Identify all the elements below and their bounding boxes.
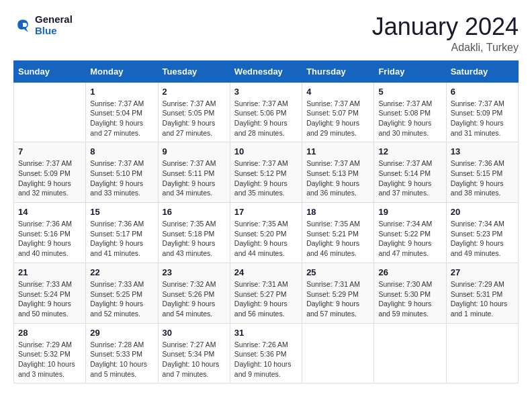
weekday-header: Thursday: [302, 60, 374, 82]
calendar-day-cell: [446, 323, 518, 383]
day-info: Sunrise: 7:27 AM Sunset: 5:34 PM Dayligh…: [163, 340, 226, 379]
day-info: Sunrise: 7:29 AM Sunset: 5:32 PM Dayligh…: [18, 340, 81, 379]
calendar-day-cell: 18Sunrise: 7:35 AM Sunset: 5:21 PM Dayli…: [302, 203, 374, 263]
calendar-day-cell: 19Sunrise: 7:34 AM Sunset: 5:22 PM Dayli…: [374, 203, 446, 263]
day-info: Sunrise: 7:37 AM Sunset: 5:07 PM Dayligh…: [306, 99, 369, 138]
calendar-day-cell: 31Sunrise: 7:26 AM Sunset: 5:36 PM Dayli…: [230, 323, 302, 383]
calendar-day-cell: 6Sunrise: 7:37 AM Sunset: 5:09 PM Daylig…: [446, 82, 518, 142]
day-info: Sunrise: 7:37 AM Sunset: 5:14 PM Dayligh…: [378, 158, 441, 198]
day-number: 27: [451, 267, 514, 277]
day-info: Sunrise: 7:30 AM Sunset: 5:30 PM Dayligh…: [378, 279, 441, 319]
day-number: 15: [90, 207, 153, 217]
calendar-day-cell: 9Sunrise: 7:37 AM Sunset: 5:11 PM Daylig…: [158, 142, 230, 203]
calendar-week-row: 28Sunrise: 7:29 AM Sunset: 5:32 PM Dayli…: [14, 323, 519, 383]
day-info: Sunrise: 7:37 AM Sunset: 5:06 PM Dayligh…: [234, 99, 298, 138]
calendar-day-cell: 15Sunrise: 7:36 AM Sunset: 5:17 PM Dayli…: [86, 203, 158, 263]
day-number: 23: [163, 267, 226, 277]
day-number: 1: [90, 87, 153, 97]
day-info: Sunrise: 7:37 AM Sunset: 5:09 PM Dayligh…: [451, 99, 514, 138]
day-number: 18: [306, 207, 369, 217]
day-info: Sunrise: 7:31 AM Sunset: 5:27 PM Dayligh…: [234, 279, 298, 319]
calendar-day-cell: 1Sunrise: 7:37 AM Sunset: 5:04 PM Daylig…: [86, 82, 158, 142]
day-info: Sunrise: 7:35 AM Sunset: 5:20 PM Dayligh…: [234, 219, 298, 259]
day-number: 10: [234, 146, 298, 156]
day-info: Sunrise: 7:33 AM Sunset: 5:24 PM Dayligh…: [18, 279, 81, 319]
day-number: 9: [163, 146, 226, 156]
day-number: 12: [378, 146, 441, 156]
day-number: 21: [18, 267, 81, 277]
day-number: 7: [18, 146, 81, 156]
month-year-title: January 2024: [372, 13, 519, 40]
day-number: 13: [451, 146, 514, 156]
day-number: 8: [90, 146, 153, 156]
calendar-day-cell: 8Sunrise: 7:37 AM Sunset: 5:10 PM Daylig…: [86, 142, 158, 203]
day-number: 26: [378, 267, 441, 277]
day-info: Sunrise: 7:37 AM Sunset: 5:09 PM Dayligh…: [18, 158, 81, 198]
day-info: Sunrise: 7:37 AM Sunset: 5:04 PM Dayligh…: [90, 99, 153, 138]
calendar-day-cell: 4Sunrise: 7:37 AM Sunset: 5:07 PM Daylig…: [302, 82, 374, 142]
day-info: Sunrise: 7:26 AM Sunset: 5:36 PM Dayligh…: [234, 340, 298, 379]
calendar-day-cell: 13Sunrise: 7:36 AM Sunset: 5:15 PM Dayli…: [446, 142, 518, 203]
calendar-day-cell: 5Sunrise: 7:37 AM Sunset: 5:08 PM Daylig…: [374, 82, 446, 142]
day-number: 6: [451, 87, 514, 97]
calendar-week-row: 7Sunrise: 7:37 AM Sunset: 5:09 PM Daylig…: [14, 142, 519, 203]
calendar-week-row: 14Sunrise: 7:36 AM Sunset: 5:16 PM Dayli…: [14, 203, 519, 263]
calendar-day-cell: 12Sunrise: 7:37 AM Sunset: 5:14 PM Dayli…: [374, 142, 446, 203]
logo: General Blue: [13, 13, 73, 36]
calendar-week-row: 21Sunrise: 7:33 AM Sunset: 5:24 PM Dayli…: [14, 263, 519, 323]
calendar-day-cell: 30Sunrise: 7:27 AM Sunset: 5:34 PM Dayli…: [158, 323, 230, 383]
calendar-header: SundayMondayTuesdayWednesdayThursdayFrid…: [14, 60, 519, 82]
day-number: 16: [163, 207, 226, 217]
calendar-day-cell: [302, 323, 374, 383]
calendar-day-cell: 10Sunrise: 7:37 AM Sunset: 5:12 PM Dayli…: [230, 142, 302, 203]
day-info: Sunrise: 7:37 AM Sunset: 5:12 PM Dayligh…: [234, 158, 298, 198]
location-subtitle: Adakli, Turkey: [372, 42, 519, 54]
calendar-day-cell: 29Sunrise: 7:28 AM Sunset: 5:33 PM Dayli…: [86, 323, 158, 383]
calendar-day-cell: 25Sunrise: 7:31 AM Sunset: 5:29 PM Dayli…: [302, 263, 374, 323]
weekday-header: Tuesday: [158, 60, 230, 82]
logo-icon: [13, 15, 32, 34]
logo-text: General Blue: [35, 13, 73, 36]
day-number: 14: [18, 207, 81, 217]
day-info: Sunrise: 7:35 AM Sunset: 5:21 PM Dayligh…: [306, 219, 369, 259]
day-info: Sunrise: 7:29 AM Sunset: 5:31 PM Dayligh…: [451, 279, 514, 319]
day-number: 20: [451, 207, 514, 217]
day-info: Sunrise: 7:37 AM Sunset: 5:05 PM Dayligh…: [163, 99, 226, 138]
day-info: Sunrise: 7:33 AM Sunset: 5:25 PM Dayligh…: [90, 279, 153, 319]
day-number: 2: [163, 87, 226, 97]
day-number: 11: [306, 146, 369, 156]
day-number: 3: [234, 87, 298, 97]
calendar-day-cell: 20Sunrise: 7:34 AM Sunset: 5:23 PM Dayli…: [446, 203, 518, 263]
day-number: 4: [306, 87, 369, 97]
day-info: Sunrise: 7:34 AM Sunset: 5:22 PM Dayligh…: [378, 219, 441, 259]
day-number: 24: [234, 267, 298, 277]
calendar-day-cell: [14, 82, 86, 142]
calendar-day-cell: 2Sunrise: 7:37 AM Sunset: 5:05 PM Daylig…: [158, 82, 230, 142]
day-info: Sunrise: 7:34 AM Sunset: 5:23 PM Dayligh…: [451, 219, 514, 259]
calendar-body: 1Sunrise: 7:37 AM Sunset: 5:04 PM Daylig…: [14, 82, 519, 383]
day-number: 30: [163, 328, 226, 338]
day-number: 22: [90, 267, 153, 277]
calendar-day-cell: 17Sunrise: 7:35 AM Sunset: 5:20 PM Dayli…: [230, 203, 302, 263]
day-info: Sunrise: 7:31 AM Sunset: 5:29 PM Dayligh…: [306, 279, 369, 319]
day-number: 5: [378, 87, 441, 97]
calendar-day-cell: 22Sunrise: 7:33 AM Sunset: 5:25 PM Dayli…: [86, 263, 158, 323]
day-info: Sunrise: 7:32 AM Sunset: 5:26 PM Dayligh…: [163, 279, 226, 319]
calendar-day-cell: 28Sunrise: 7:29 AM Sunset: 5:32 PM Dayli…: [14, 323, 86, 383]
day-info: Sunrise: 7:36 AM Sunset: 5:17 PM Dayligh…: [90, 219, 153, 259]
weekday-header: Wednesday: [230, 60, 302, 82]
weekday-header: Saturday: [446, 60, 518, 82]
day-info: Sunrise: 7:36 AM Sunset: 5:15 PM Dayligh…: [451, 158, 514, 198]
page-header: General Blue January 2024 Adakli, Turkey: [13, 13, 519, 54]
calendar-day-cell: 27Sunrise: 7:29 AM Sunset: 5:31 PM Dayli…: [446, 263, 518, 323]
calendar-day-cell: 23Sunrise: 7:32 AM Sunset: 5:26 PM Dayli…: [158, 263, 230, 323]
day-number: 17: [234, 207, 298, 217]
calendar-table: SundayMondayTuesdayWednesdayThursdayFrid…: [13, 60, 519, 384]
day-info: Sunrise: 7:37 AM Sunset: 5:10 PM Dayligh…: [90, 158, 153, 198]
weekday-header: Monday: [86, 60, 158, 82]
day-info: Sunrise: 7:37 AM Sunset: 5:13 PM Dayligh…: [306, 158, 369, 198]
calendar-day-cell: [374, 323, 446, 383]
calendar-week-row: 1Sunrise: 7:37 AM Sunset: 5:04 PM Daylig…: [14, 82, 519, 142]
calendar-day-cell: 16Sunrise: 7:35 AM Sunset: 5:18 PM Dayli…: [158, 203, 230, 263]
calendar-day-cell: 26Sunrise: 7:30 AM Sunset: 5:30 PM Dayli…: [374, 263, 446, 323]
